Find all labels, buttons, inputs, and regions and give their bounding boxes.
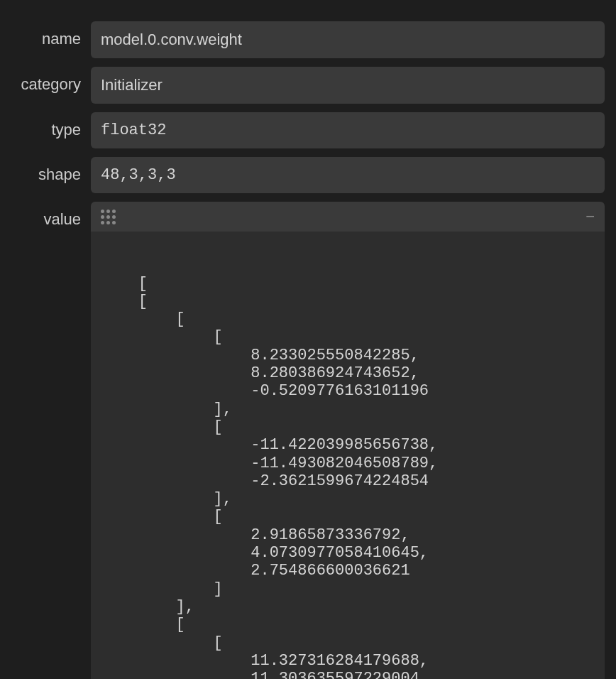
- collapse-icon[interactable]: −: [585, 209, 595, 224]
- name-label: name: [11, 21, 81, 48]
- tensor-text: [ [ [ [ 8.233025550842285, 8.28038692474…: [101, 275, 438, 679]
- category-label: category: [11, 67, 81, 94]
- value-tensor-content: [ [ [ [ 8.233025550842285, 8.28038692474…: [91, 232, 605, 679]
- shape-value: 48,3,3,3: [91, 157, 605, 193]
- name-value: model.0.conv.weight: [91, 21, 605, 58]
- type-value: float32: [91, 112, 605, 148]
- type-label: type: [11, 112, 81, 139]
- shape-label: shape: [11, 157, 81, 184]
- category-value: Initializer: [91, 67, 605, 104]
- grid-icon[interactable]: [101, 210, 116, 224]
- value-header: −: [91, 202, 605, 232]
- save-icon[interactable]: [579, 241, 595, 257]
- value-label: value: [11, 202, 81, 229]
